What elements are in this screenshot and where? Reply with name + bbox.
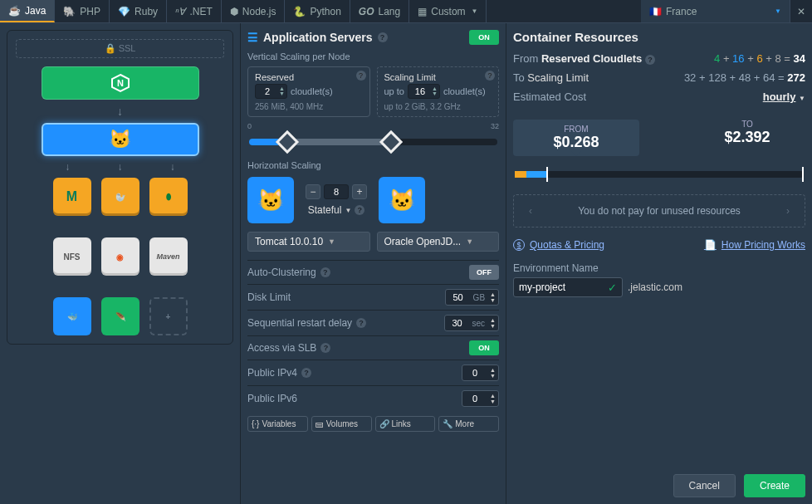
- tab-ruby[interactable]: 💎Ruby: [110, 0, 167, 22]
- period-dropdown[interactable]: hourly ▼: [763, 91, 805, 103]
- nodejs-icon: ⬢: [230, 6, 238, 17]
- ipv4-value[interactable]: [462, 368, 487, 378]
- ubuntu-tile[interactable]: ◉: [101, 237, 139, 276]
- jdk-dropdown[interactable]: Oracle OpenJD...▼: [377, 232, 500, 252]
- cloudlet-slider[interactable]: [249, 139, 497, 145]
- spinner-arrows-icon[interactable]: ▲▼: [487, 367, 498, 379]
- tab-custom[interactable]: ▦Custom▼: [409, 0, 487, 22]
- tab-dotnet[interactable]: ⁿⱯ.NET: [167, 0, 222, 22]
- spinner-arrows-icon[interactable]: ▲▼: [487, 291, 498, 303]
- help-icon[interactable]: ?: [356, 71, 366, 81]
- slb-toggle[interactable]: ON: [469, 340, 499, 355]
- create-button[interactable]: Create: [744, 474, 805, 497]
- extra-tile[interactable]: 🪶: [101, 297, 139, 335]
- balancer-node[interactable]: N: [42, 66, 199, 100]
- to-word: Scaling Limit: [527, 71, 589, 84]
- slider-max: 32: [491, 122, 499, 130]
- ipv6-input[interactable]: ▲▼: [462, 390, 499, 407]
- reserved-spinner[interactable]: ▲▼: [255, 84, 287, 99]
- chevron-down-icon[interactable]: ▼: [345, 207, 351, 214]
- env-name-input[interactable]: [519, 281, 602, 293]
- node-count-spinner[interactable]: [324, 184, 349, 199]
- add-tile[interactable]: +: [149, 297, 188, 335]
- help-icon[interactable]: ?: [320, 267, 330, 277]
- row-label: Public IPv6: [247, 393, 297, 404]
- variables-button[interactable]: {·}Variables: [247, 416, 308, 432]
- howpricing-link[interactable]: 📄How Pricing Works: [704, 239, 805, 251]
- row-label: Sequential restart delay: [247, 317, 352, 329]
- storage-nfs-tile[interactable]: NFS: [53, 237, 91, 276]
- restart-value[interactable]: [445, 318, 470, 328]
- spinner-arrows-icon[interactable]: ▲▼: [487, 317, 498, 329]
- help-icon[interactable]: ?: [485, 71, 495, 81]
- tab-java[interactable]: ☕ Java: [0, 0, 55, 22]
- limit-input[interactable]: [410, 86, 430, 96]
- prev-tip-button[interactable]: ‹: [524, 205, 537, 217]
- close-button[interactable]: ✕: [790, 0, 812, 22]
- scaling-mode[interactable]: Stateful: [308, 204, 342, 216]
- restartdelay-input[interactable]: sec▲▼: [444, 315, 500, 331]
- autocluster-toggle[interactable]: OFF: [469, 265, 499, 280]
- spinner-arrows-icon[interactable]: ▲▼: [432, 86, 438, 96]
- btn-label: Links: [392, 419, 411, 428]
- more-button[interactable]: 🔧More: [438, 416, 499, 432]
- decrement-button[interactable]: −: [306, 184, 320, 199]
- db-postgres-tile[interactable]: 🦭: [101, 178, 139, 216]
- tab-golang[interactable]: GOLang: [350, 0, 409, 22]
- region-dropdown[interactable]: 🇫🇷 France ▼: [641, 0, 790, 22]
- tab-php[interactable]: 🐘PHP: [55, 0, 110, 22]
- vertical-scaling-label: Vertical Scaling per Node: [247, 51, 499, 61]
- eq-val: 48: [739, 71, 751, 84]
- braces-icon: {·}: [252, 419, 259, 428]
- spinner-arrows-icon[interactable]: ▲▼: [487, 393, 498, 404]
- ssl-toggle[interactable]: 🔒 SSL: [16, 39, 224, 58]
- help-icon[interactable]: ?: [645, 55, 655, 65]
- cancel-button[interactable]: Cancel: [673, 474, 736, 497]
- close-icon: ✕: [797, 6, 805, 17]
- ipv6-value[interactable]: [462, 394, 487, 404]
- domain-suffix: .jelastic.com: [628, 281, 682, 293]
- node-count-input[interactable]: [326, 187, 346, 197]
- limit-spinner[interactable]: ▲▼: [408, 84, 440, 99]
- ipv4-input[interactable]: ▲▼: [462, 365, 499, 381]
- tab-label: Node.js: [242, 6, 276, 17]
- limit-handle[interactable]: [379, 130, 403, 154]
- spinner-arrows-icon[interactable]: ▲▼: [279, 86, 285, 96]
- maven-tile[interactable]: Maven: [149, 237, 188, 276]
- next-tip-button[interactable]: ›: [781, 205, 795, 217]
- help-icon[interactable]: ?: [301, 368, 311, 378]
- tab-nodejs[interactable]: ⬢Node.js: [222, 0, 286, 22]
- tomcat-icon: 🐱: [109, 129, 131, 150]
- tab-label: PHP: [80, 6, 100, 17]
- env-name-field[interactable]: ✓: [513, 277, 623, 297]
- tab-python[interactable]: 🐍Python: [285, 0, 350, 22]
- volumes-button[interactable]: 🖴Volumes: [311, 416, 372, 432]
- help-icon[interactable]: ?: [378, 32, 388, 42]
- reserved-handle[interactable]: [276, 130, 299, 154]
- ipv6-row: Public IPv6 ▲▼: [247, 385, 499, 411]
- to-label: To: [513, 71, 525, 84]
- reserved-input[interactable]: [257, 86, 277, 96]
- hamburger-icon[interactable]: ☰: [247, 31, 258, 44]
- flow-arrows: ↓↓↓: [42, 161, 199, 173]
- increment-button[interactable]: +: [352, 184, 367, 199]
- links-button[interactable]: 🔗Links: [375, 416, 436, 432]
- appserver-node[interactable]: 🐱: [42, 123, 199, 156]
- chevron-down-icon: ▼: [775, 7, 781, 15]
- flow-arrow-icon: ↓: [16, 105, 224, 118]
- quotas-link[interactable]: $Quotas & Pricing: [513, 239, 604, 251]
- tomcat-icon: 🐱: [389, 188, 415, 213]
- disk-value[interactable]: [446, 292, 471, 302]
- stack-version-dropdown[interactable]: Tomcat 10.0.10▼: [247, 232, 370, 252]
- help-icon[interactable]: ?: [356, 318, 366, 328]
- tab-label: Java: [25, 5, 46, 17]
- help-icon[interactable]: ?: [320, 343, 330, 353]
- db-memcached-tile[interactable]: M: [53, 178, 91, 216]
- help-icon[interactable]: ?: [355, 205, 364, 215]
- pricing-notice: ‹ You do not pay for unused resources ›: [513, 194, 805, 228]
- docker-tile[interactable]: 🐳: [53, 297, 91, 335]
- db-mongo-tile[interactable]: ⬮: [149, 178, 188, 216]
- appserver-toggle[interactable]: ON: [469, 30, 499, 45]
- disklimit-input[interactable]: GB▲▼: [445, 289, 499, 306]
- toggle-label: ON: [478, 344, 490, 352]
